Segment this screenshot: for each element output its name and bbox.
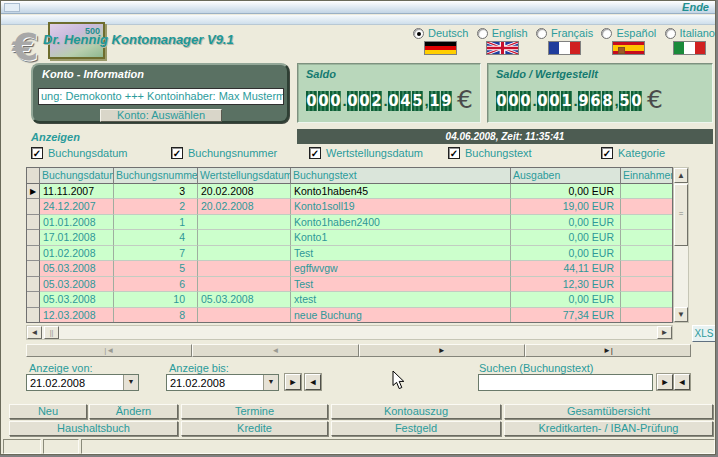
filter-kategorie: ✓Kategorie <box>601 147 665 159</box>
status-cell-2 <box>43 439 79 454</box>
checkbox-buchungsdatum[interactable]: ✓ <box>31 147 43 159</box>
column-header-buchungstext[interactable]: Buchungstext <box>291 168 511 184</box>
language-item-italiano: Italiano <box>665 27 715 55</box>
radio-français[interactable] <box>536 28 547 39</box>
radio-italiano[interactable] <box>665 28 676 39</box>
chevron-down-icon[interactable]: ▼ <box>123 375 138 390</box>
cell-einnahmen <box>621 308 673 323</box>
scroll-right-icon[interactable]: ► <box>657 326 672 339</box>
digit-cell: 1 <box>561 91 572 111</box>
digit-cell: 6 <box>590 91 601 111</box>
row-selector-cell[interactable] <box>27 292 40 307</box>
ende-button[interactable]: Ende <box>682 1 709 13</box>
row-selector-cell[interactable] <box>27 230 40 245</box>
cell-ausgaben: 0,00 EUR <box>511 215 621 230</box>
column-header-buchungsnummer[interactable]: Buchungsnummer <box>114 168 198 184</box>
table-row[interactable]: ▶11.11.2007320.02.2008Konto1haben450,00 … <box>27 184 672 199</box>
digit-cell: 0 <box>631 91 642 111</box>
horizontal-scroll-thumb[interactable]: || <box>44 326 59 339</box>
search-back-button[interactable]: ◄ <box>674 374 690 390</box>
action-button-kredite[interactable]: Kredite <box>181 421 328 436</box>
navigator-first-button[interactable]: |◄ <box>26 344 192 357</box>
action-button-kontoauszug[interactable]: Kontoauszug <box>331 404 501 419</box>
radio-deutsch[interactable] <box>413 28 424 39</box>
column-header-einnahmen[interactable]: Einnahmen <box>621 168 673 184</box>
cell-buchungstext: egffwvgw <box>291 261 511 276</box>
action-button-termine[interactable]: Termine <box>181 404 328 419</box>
scroll-up-icon[interactable]: ▲ <box>674 168 688 183</box>
table-row[interactable]: 05.03.20085egffwvgw44,11 EUR <box>27 261 672 276</box>
language-item-deutsch: Deutsch <box>413 27 468 55</box>
navigator-prior-button[interactable]: ◄ <box>192 344 358 357</box>
navigator-next-button[interactable]: ► <box>359 344 525 357</box>
action-button-ndern[interactable]: Ändern <box>89 404 178 419</box>
table-row[interactable]: 17.01.20084Konto10,00 EUR <box>27 230 672 245</box>
table-row[interactable]: 01.01.20081Konto1haben24000,00 EUR <box>27 215 672 230</box>
row-selector-cell[interactable] <box>27 199 40 214</box>
checkbox-buchungstext[interactable]: ✓ <box>448 147 460 159</box>
horizontal-scrollbar[interactable]: ◄ || ► <box>26 325 673 340</box>
row-selector-cell[interactable]: ▶ <box>27 184 40 199</box>
digit-cell: 5 <box>412 91 423 111</box>
column-header-buchungsdatum[interactable]: Buchungsdatum <box>40 168 114 184</box>
checkbox-kategorie[interactable]: ✓ <box>601 147 613 159</box>
scroll-left-icon[interactable]: ◄ <box>27 326 42 339</box>
digit-cell: 0 <box>537 91 548 111</box>
anzeigen-label: Anzeigen <box>31 131 80 143</box>
language-item-français: Français <box>536 27 593 55</box>
action-button-neu[interactable]: Neu <box>9 404 87 419</box>
navigator-last-button[interactable]: ►| <box>525 344 691 357</box>
date-filter-forward-button[interactable]: ► <box>285 374 301 390</box>
radio-español[interactable] <box>601 28 612 39</box>
table-row[interactable]: 12.03.20088neue Buchung77,34 EUR <box>27 308 672 323</box>
filter-label: Kategorie <box>618 147 665 159</box>
table-row[interactable]: 05.03.20081005.03.2008xtest0,00 EUR <box>27 292 672 307</box>
search-forward-button[interactable]: ► <box>657 374 673 390</box>
action-button-kreditkarten-iban-pr-fung[interactable]: Kreditkarten- / IBAN-Prüfung <box>504 421 713 436</box>
table-row[interactable]: 01.02.20087Test0,00 EUR <box>27 246 672 261</box>
account-marquee-field[interactable]: ung: Demokonto +++ Kontoinhaber: Max Mus… <box>38 88 284 105</box>
cell-buchungsnummer: 10 <box>114 292 198 307</box>
column-header-wertstellungsdatum[interactable]: Wertstellungsdatum <box>198 168 291 184</box>
cell-buchungstext: xtest <box>291 292 511 307</box>
row-selector-cell[interactable] <box>27 277 40 292</box>
language-radio-row[interactable]: English <box>477 27 528 39</box>
saldo-wertgestellt-label: Saldo / Wertgestellt <box>496 68 598 80</box>
date-filter-back-button[interactable]: ◄ <box>305 374 321 390</box>
record-navigator: |◄◄►►| <box>26 344 691 357</box>
anzeige-bis-combo[interactable]: 21.02.2008 ▼ <box>166 374 279 391</box>
row-selector-cell[interactable] <box>27 261 40 276</box>
action-button-festgeld[interactable]: Festgeld <box>331 421 501 436</box>
table-row[interactable]: 05.03.20086Test12,30 EUR <box>27 277 672 292</box>
cell-wertstellungsdatum <box>198 308 291 323</box>
vertical-scrollbar[interactable]: ▲ = ▼ <box>673 167 689 323</box>
action-button-gesamt-bersicht[interactable]: Gesamtübersicht <box>504 404 713 419</box>
language-radio-row[interactable]: Deutsch <box>413 27 468 39</box>
vertical-scroll-thumb[interactable]: = <box>674 184 688 246</box>
suchen-input[interactable] <box>478 374 653 391</box>
row-selector-cell[interactable] <box>27 215 40 230</box>
action-button-haushaltsbuch[interactable]: Haushaltsbuch <box>9 421 178 436</box>
table-row[interactable]: 24.12.2007220.02.2008Konto1soll1919,00 E… <box>27 199 672 214</box>
language-radio-row[interactable]: Español <box>601 27 656 39</box>
language-radio-row[interactable]: Français <box>536 27 593 39</box>
cell-buchungsdatum: 12.03.2008 <box>40 308 114 323</box>
radio-english[interactable] <box>477 28 488 39</box>
column-header-ausgaben[interactable]: Ausgaben <box>511 168 621 184</box>
anzeige-von-combo[interactable]: 21.02.2008 ▼ <box>26 374 139 391</box>
cell-einnahmen <box>621 277 673 292</box>
chevron-down-icon[interactable]: ▼ <box>263 375 278 390</box>
digit-cell: 0 <box>549 91 560 111</box>
checkbox-wertstellungsdatum[interactable]: ✓ <box>309 147 321 159</box>
language-radio-row[interactable]: Italiano <box>665 27 715 39</box>
konto-auswaehlen-button[interactable]: Konto: Auswählen <box>100 109 222 122</box>
row-selector-cell[interactable] <box>27 246 40 261</box>
buchungen-table[interactable]: BuchungsdatumBuchungsnummerWertstellungs… <box>26 167 673 323</box>
row-selector-cell[interactable] <box>27 308 40 323</box>
scroll-down-icon[interactable]: ▼ <box>674 307 688 322</box>
language-label: Español <box>616 27 656 39</box>
digit-cell: 0 <box>508 91 519 111</box>
checkbox-buchungsnummer[interactable]: ✓ <box>171 147 183 159</box>
xls-export-button[interactable]: XLS <box>692 325 716 342</box>
window-menu-stub[interactable] <box>4 3 20 12</box>
